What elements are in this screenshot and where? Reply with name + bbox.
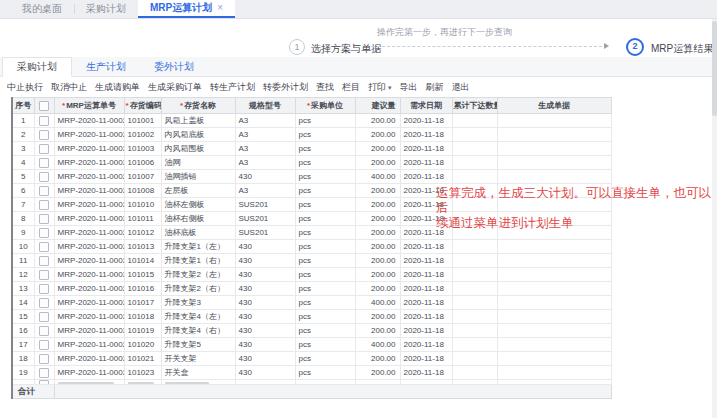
toolbar-button-4[interactable]: 生成采购订单 (148, 81, 202, 94)
cell-idx: 4 (12, 156, 34, 170)
annotation-line-2: 续通过菜单进到计划生单 (436, 216, 717, 231)
row-checkbox[interactable] (39, 200, 49, 210)
toolbar-button-11[interactable]: 刷新 (426, 81, 444, 94)
table-row[interactable]: 4MRP-2020-11-0002101006油网A3pcs200.002020… (12, 156, 611, 170)
row-checkbox[interactable] (39, 186, 49, 196)
cell-order_no: MRP-2020-11-0002 (54, 254, 124, 268)
cell-issued (452, 254, 497, 268)
cell-name: 油网 (161, 156, 235, 170)
cell-idx: 3 (12, 142, 34, 156)
cell-spec: 430 (235, 352, 295, 366)
column-label: MRP运算单号 (66, 101, 116, 110)
table-row[interactable]: 11MRP-2020-11-0002101014升降支架1（右）430pcs20… (12, 254, 611, 268)
table-row[interactable]: 15MRP-2020-11-0002101018升降支架4（左）430pcs20… (12, 310, 611, 324)
row-checkbox[interactable] (39, 242, 49, 252)
cell-issued (452, 338, 497, 352)
toolbar-button-9[interactable]: 打印▾ (368, 81, 392, 94)
table-row[interactable]: 17MRP-2020-11-0002101020升降支架5430pcs400.0… (12, 338, 611, 352)
cell-idx: 12 (12, 268, 34, 282)
cell-issued (452, 310, 497, 324)
table-row[interactable]: 14MRP-2020-11-0002101017升降支架3430pcs400.0… (12, 296, 611, 310)
cell-name: 油网插销 (161, 170, 235, 184)
table-row[interactable]: 19MRP-2020-11-0002101023开关盒430pcs200.002… (12, 366, 611, 380)
row-checkbox[interactable] (39, 116, 49, 126)
step-2-label: MRP运算结果 (651, 42, 713, 56)
cell-doc (497, 282, 611, 296)
cell-unit: pcs (295, 226, 355, 240)
row-checkbox[interactable] (39, 270, 49, 280)
toolbar-button-7[interactable]: 查找 (316, 81, 334, 94)
toolbar-button-12[interactable]: 退出 (452, 81, 470, 94)
cell-chk (34, 128, 54, 142)
table-row[interactable]: 5MRP-2020-11-0002101007油网插销430pcs400.002… (12, 170, 611, 184)
cell-spec: A3 (235, 184, 295, 198)
cell-code: 101016 (124, 282, 161, 296)
cell-qty: 200.00 (355, 324, 400, 338)
window-tab-3[interactable]: MRP运算计划× (138, 0, 235, 18)
row-checkbox[interactable] (39, 284, 49, 294)
table-header-row: 序号*MRP运算单号*存货编码*存货名称规格型号*采购单位建议量需求日期累计下达… (12, 98, 611, 114)
close-icon[interactable]: × (217, 3, 223, 13)
window-tab-2[interactable]: 采购计划 (74, 0, 138, 18)
row-checkbox[interactable] (39, 368, 49, 378)
table-row[interactable]: 1MRP-2020-11-0002101001风箱上盖板A3pcs200.002… (12, 114, 611, 128)
plan-tab-bar: 采购计划生产计划委外计划 (0, 57, 717, 77)
cell-qty: 200.00 (355, 156, 400, 170)
row-checkbox[interactable] (39, 354, 49, 364)
row-checkbox[interactable] (39, 144, 49, 154)
cell-order_no: MRP-2020-11-0002 (54, 324, 124, 338)
cell-chk (34, 296, 54, 310)
row-checkbox[interactable] (39, 158, 49, 168)
cell-unit: pcs (295, 254, 355, 268)
cell-code: 101023 (124, 366, 161, 380)
column-label: 存货编码 (130, 101, 161, 110)
plan-table: 序号*MRP运算单号*存货编码*存货名称规格型号*采购单位建议量需求日期累计下达… (11, 97, 612, 399)
required-asterisk: * (307, 101, 310, 110)
row-checkbox[interactable] (39, 312, 49, 322)
toolbar-button-1[interactable]: 中止执行 (7, 81, 43, 94)
table-row[interactable]: 13MRP-2020-11-0002101016升降支架2（右）430pcs20… (12, 282, 611, 296)
cell-code: 101017 (124, 296, 161, 310)
cell-spec: A3 (235, 142, 295, 156)
table-row[interactable]: 10MRP-2020-11-0002101013升降支架1（左）430pcs20… (12, 240, 611, 254)
toolbar-button-8[interactable]: 栏目 (342, 81, 360, 94)
cell-order_no: MRP-2020-11-0002 (54, 226, 124, 240)
cell-chk (34, 240, 54, 254)
plan-tab-3[interactable]: 委外计划 (140, 57, 208, 76)
plan-tab-1[interactable]: 采购计划 (2, 57, 72, 77)
cell-idx: 17 (12, 338, 34, 352)
row-checkbox[interactable] (39, 256, 49, 266)
cell-chk (34, 310, 54, 324)
toolbar-button-6[interactable]: 转委外计划 (263, 81, 308, 94)
cell-order_no: MRP-2020-11-0002 (54, 170, 124, 184)
table-row[interactable]: 16MRP-2020-11-0002101019升降支架4（右）430pcs20… (12, 324, 611, 338)
toolbar-button-3[interactable]: 生成请购单 (95, 81, 140, 94)
select-all-checkbox[interactable] (39, 101, 49, 111)
window-tab-1[interactable]: 我的桌面 (10, 0, 74, 18)
cell-idx: 10 (12, 240, 34, 254)
column-header-code: *存货编码 (124, 98, 161, 114)
row-checkbox[interactable] (39, 130, 49, 140)
row-checkbox[interactable] (39, 340, 49, 350)
row-checkbox[interactable] (39, 228, 49, 238)
row-checkbox[interactable] (39, 298, 49, 308)
cell-order_no: MRP-2020-11-0002 (54, 296, 124, 310)
table-row[interactable]: 2MRP-2020-11-0002101002内风箱底板A3pcs200.002… (12, 128, 611, 142)
row-checkbox[interactable] (39, 172, 49, 182)
window-tab-label: MRP运算计划 (150, 1, 212, 15)
toolbar-button-5[interactable]: 转生产计划 (210, 81, 255, 94)
cell-code: 101002 (124, 128, 161, 142)
table-row[interactable]: 12MRP-2020-11-0002101015升降支架2（左）430pcs20… (12, 268, 611, 282)
table-row[interactable]: 18MRP-2020-11-0002101021开关支架430pcs200.00… (12, 352, 611, 366)
row-checkbox[interactable] (39, 214, 49, 224)
toolbar-button-10[interactable]: 导出 (400, 81, 418, 94)
toolbar-button-2[interactable]: 取消中止 (51, 81, 87, 94)
plan-tab-2[interactable]: 生产计划 (72, 57, 140, 76)
row-checkbox[interactable] (39, 326, 49, 336)
cell-idx: 9 (12, 226, 34, 240)
cell-qty: 200.00 (355, 142, 400, 156)
table-row[interactable]: 3MRP-2020-11-0002101003内风箱围板A3pcs200.002… (12, 142, 611, 156)
column-header-chk (34, 98, 54, 114)
scrollbar-thumb[interactable] (712, 21, 717, 116)
table-body: 1MRP-2020-11-0002101001风箱上盖板A3pcs200.002… (12, 114, 611, 380)
